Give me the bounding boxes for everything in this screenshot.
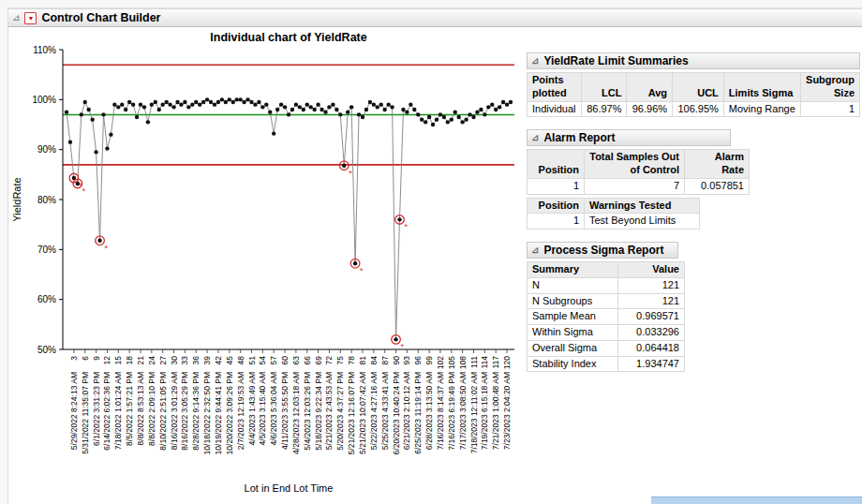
data-point[interactable] <box>338 112 342 116</box>
data-point[interactable] <box>468 112 471 116</box>
data-point[interactable] <box>164 100 168 104</box>
data-point[interactable] <box>224 100 228 104</box>
data-point[interactable] <box>298 105 302 109</box>
data-point[interactable] <box>179 102 183 106</box>
data-point[interactable] <box>279 102 283 106</box>
data-point[interactable] <box>171 105 175 109</box>
data-point[interactable] <box>453 110 457 113</box>
data-point[interactable] <box>97 239 101 243</box>
data-point[interactable] <box>475 110 479 113</box>
data-point[interactable] <box>327 105 331 109</box>
data-point[interactable] <box>376 105 379 109</box>
data-point[interactable] <box>379 102 383 106</box>
data-point[interactable] <box>401 108 405 111</box>
data-point[interactable] <box>442 115 446 119</box>
data-point[interactable] <box>190 102 194 106</box>
data-point[interactable] <box>349 105 353 109</box>
data-point[interactable] <box>201 100 205 104</box>
data-point[interactable] <box>90 117 94 121</box>
data-point[interactable] <box>272 131 275 135</box>
data-point[interactable] <box>131 102 135 106</box>
data-point[interactable] <box>264 102 268 106</box>
data-point[interactable] <box>494 108 498 111</box>
data-point[interactable] <box>194 100 198 104</box>
data-point[interactable] <box>198 102 201 106</box>
data-point[interactable] <box>109 132 112 136</box>
data-point[interactable] <box>357 112 361 116</box>
data-point[interactable] <box>409 102 412 106</box>
control-chart[interactable]: Individual chart of YieldRate50%60%70%80… <box>8 27 527 504</box>
data-point[interactable] <box>368 100 372 104</box>
data-point[interactable] <box>498 105 501 109</box>
data-point[interactable] <box>372 102 376 106</box>
data-point[interactable] <box>290 108 294 111</box>
data-point[interactable] <box>253 102 257 106</box>
data-point[interactable] <box>383 108 387 111</box>
data-point[interactable] <box>154 100 157 104</box>
data-point[interactable] <box>209 100 213 104</box>
data-point[interactable] <box>450 117 453 121</box>
data-point[interactable] <box>157 108 161 111</box>
data-point[interactable] <box>457 115 461 119</box>
data-point[interactable] <box>390 105 394 109</box>
data-point[interactable] <box>168 102 171 106</box>
data-point[interactable] <box>320 108 323 111</box>
individual-chart-svg[interactable]: Individual chart of YieldRate50%60%70%80… <box>8 27 526 504</box>
data-point[interactable] <box>257 100 260 104</box>
disclosure-triangle-icon[interactable]: ⊿ <box>531 133 539 142</box>
data-point[interactable] <box>460 120 464 124</box>
data-point[interactable] <box>235 97 239 101</box>
data-point[interactable] <box>312 108 316 111</box>
data-point[interactable] <box>364 108 368 111</box>
data-point[interactable] <box>175 100 179 104</box>
data-point[interactable] <box>231 100 235 104</box>
data-point[interactable] <box>397 217 401 221</box>
data-point[interactable] <box>305 102 309 106</box>
data-point[interactable] <box>242 100 245 104</box>
data-point[interactable] <box>139 102 142 106</box>
data-point[interactable] <box>309 105 313 109</box>
data-point[interactable] <box>438 112 442 116</box>
data-point[interactable] <box>283 105 287 109</box>
data-point[interactable] <box>446 120 450 124</box>
data-point[interactable] <box>120 102 124 106</box>
data-point[interactable] <box>245 97 249 101</box>
red-triangle-menu-icon[interactable]: ▼ <box>24 12 37 24</box>
data-point[interactable] <box>346 110 349 113</box>
data-point[interactable] <box>205 97 209 101</box>
data-point[interactable] <box>268 110 272 113</box>
data-point[interactable] <box>427 115 431 119</box>
data-point[interactable] <box>361 115 364 119</box>
data-point[interactable] <box>294 102 298 106</box>
data-point[interactable] <box>342 164 346 168</box>
data-point[interactable] <box>420 117 424 121</box>
data-point[interactable] <box>302 108 305 111</box>
data-point[interactable] <box>112 102 116 106</box>
data-point[interactable] <box>124 108 127 111</box>
data-point[interactable] <box>394 337 397 341</box>
data-point[interactable] <box>323 110 327 113</box>
data-point[interactable] <box>220 97 224 101</box>
data-point[interactable] <box>216 100 220 104</box>
data-point[interactable] <box>431 123 435 126</box>
data-point[interactable] <box>105 146 109 150</box>
data-point[interactable] <box>424 120 427 124</box>
data-point[interactable] <box>386 102 390 106</box>
data-point[interactable] <box>260 105 264 109</box>
data-point[interactable] <box>249 100 253 104</box>
data-point[interactable] <box>101 112 105 116</box>
data-point[interactable] <box>83 100 87 104</box>
data-point[interactable] <box>94 150 97 154</box>
data-point[interactable] <box>416 112 420 116</box>
data-point[interactable] <box>471 115 475 119</box>
data-point[interactable] <box>146 120 150 124</box>
disclosure-triangle-icon[interactable]: ⊿ <box>531 245 539 255</box>
data-point[interactable] <box>183 100 186 104</box>
data-point[interactable] <box>186 105 190 109</box>
data-point[interactable] <box>405 110 409 113</box>
data-point[interactable] <box>509 100 513 104</box>
data-point[interactable] <box>142 105 146 109</box>
disclosure-triangle-icon[interactable]: ⊿ <box>12 13 20 22</box>
data-point[interactable] <box>331 102 334 106</box>
data-point[interactable] <box>161 102 165 106</box>
